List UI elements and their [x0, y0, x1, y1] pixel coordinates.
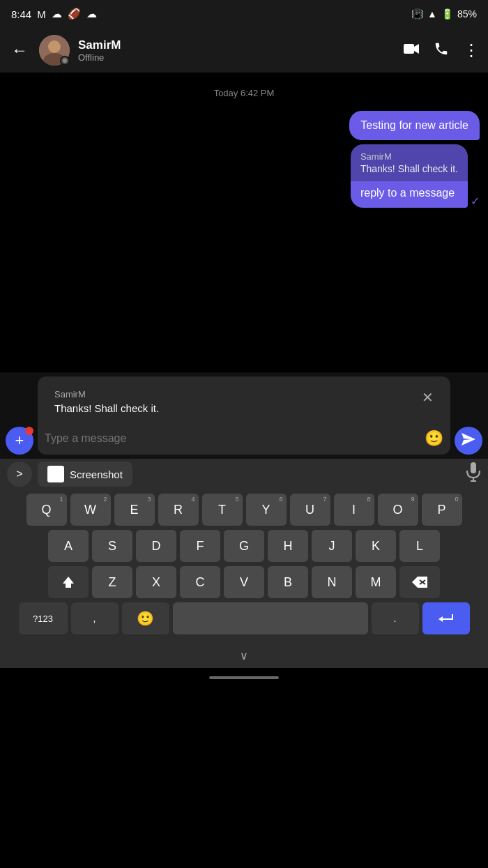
back-button[interactable]: ← — [8, 38, 31, 63]
key-I[interactable]: I8 — [334, 494, 374, 526]
chat-timestamp: Today 6:42 PM — [8, 88, 480, 98]
key-emoji[interactable]: 🙂 — [122, 602, 169, 634]
battery-percent: 85% — [457, 8, 477, 20]
svg-point-1 — [48, 40, 61, 53]
key-S[interactable]: S — [92, 530, 132, 562]
input-box[interactable]: SamirM Thanks! Shall check it. ✕ 🙂 — [38, 376, 450, 455]
key-C[interactable]: C — [180, 566, 220, 598]
key-H[interactable]: H — [268, 530, 308, 562]
key-X[interactable]: X — [136, 566, 176, 598]
emoji-button[interactable]: 🙂 — [425, 429, 443, 448]
svg-point-3 — [63, 59, 67, 63]
video-call-button[interactable] — [403, 42, 420, 59]
keyboard-row-3: Z X C V B N M — [3, 566, 485, 598]
key-enter[interactable] — [422, 602, 470, 634]
key-V[interactable]: V — [224, 566, 264, 598]
key-P[interactable]: P0 — [422, 494, 462, 526]
chat-area: Today 6:42 PM Testing for new article Sa… — [0, 73, 488, 372]
input-wrapper: + SamirM Thanks! Shall check it. ✕ 🙂 — [0, 372, 488, 687]
contact-name: SamirM — [78, 38, 395, 52]
reply-quote-text: Thanks! Shall check it. — [360, 163, 458, 174]
key-Y[interactable]: Y6 — [246, 494, 287, 526]
key-M[interactable]: M — [356, 566, 396, 598]
key-E[interactable]: E3 — [114, 494, 155, 526]
chevron-down-row: ∨ — [0, 643, 488, 668]
key-A[interactable]: A — [48, 530, 89, 562]
keyboard-row-1: Q1 W2 E3 R4 T5 Y6 U7 I8 O9 P0 — [3, 494, 485, 526]
send-icon — [462, 433, 475, 449]
reply-preview-text: Thanks! Shall check it. — [54, 402, 434, 414]
svg-rect-4 — [404, 44, 414, 54]
offline-indicator — [60, 56, 70, 66]
key-R[interactable]: R4 — [158, 494, 199, 526]
reply-quote: SamirM Thanks! Shall check it. — [351, 144, 468, 181]
home-bar — [209, 676, 279, 679]
key-K[interactable]: K — [356, 530, 396, 562]
chevron-down-icon[interactable]: ∨ — [240, 649, 248, 662]
reply-preview: SamirM Thanks! Shall check it. ✕ — [45, 381, 443, 422]
keyboard-suggestions: > Screenshot — [0, 459, 488, 489]
key-delete[interactable] — [399, 566, 440, 598]
reply-quote-name: SamirM — [360, 151, 458, 162]
avatar[interactable] — [39, 35, 70, 66]
key-W[interactable]: W2 — [70, 494, 111, 526]
keyboard: Q1 W2 E3 R4 T5 Y6 U7 I8 O9 P0 A S D F G … — [0, 489, 488, 643]
status-left: 8:44 M ☁ 🏈 ☁ — [11, 8, 97, 20]
message-out-2: SamirM Thanks! Shall check it. reply to … — [8, 144, 480, 208]
bubble-out-reply: SamirM Thanks! Shall check it. reply to … — [351, 144, 468, 208]
key-B[interactable]: B — [268, 566, 308, 598]
send-button[interactable] — [455, 427, 482, 455]
football-icon: 🏈 — [68, 8, 81, 20]
status-bar: 8:44 M ☁ 🏈 ☁ 📳 ▲ 🔋 85% — [0, 0, 488, 28]
wifi-icon: ▲ — [427, 8, 437, 20]
key-shift[interactable] — [48, 566, 89, 598]
add-button[interactable]: + — [6, 427, 33, 455]
key-Z[interactable]: Z — [92, 566, 132, 598]
input-row: 🙂 — [38, 422, 450, 455]
key-T[interactable]: T5 — [202, 494, 243, 526]
plus-icon: + — [15, 432, 24, 450]
svg-marker-5 — [414, 44, 419, 54]
input-main-row: + SamirM Thanks! Shall check it. ✕ 🙂 — [0, 372, 488, 459]
key-numbers[interactable]: ?123 — [19, 602, 68, 634]
suggestion-chevron[interactable]: > — [7, 462, 32, 487]
contact-status: Offline — [78, 52, 395, 63]
mic-button[interactable] — [466, 462, 481, 486]
screenshot-suggestion[interactable]: Screenshot — [38, 462, 132, 487]
keyboard-row-2: A S D F G H J K L — [3, 530, 485, 562]
key-G[interactable]: G — [224, 530, 264, 562]
chevron-right-icon: > — [16, 468, 22, 480]
cloud-icon: ☁ — [52, 8, 62, 20]
time: 8:44 — [11, 8, 31, 20]
key-N[interactable]: N — [312, 566, 352, 598]
key-J[interactable]: J — [312, 530, 352, 562]
more-options-button[interactable]: ⋮ — [463, 40, 480, 60]
key-comma[interactable]: , — [71, 602, 119, 634]
key-F[interactable]: F — [180, 530, 220, 562]
svg-rect-7 — [471, 462, 476, 473]
reply-main-text: reply to a message — [351, 187, 468, 199]
bubble-out-1: Testing for new article — [349, 111, 480, 140]
message-out-1: Testing for new article — [8, 111, 480, 140]
svg-marker-10 — [63, 577, 74, 588]
svg-marker-11 — [412, 577, 427, 588]
svg-marker-6 — [462, 433, 475, 446]
reply-close-button[interactable]: ✕ — [422, 389, 434, 406]
read-receipt-icon: ✓ — [471, 195, 480, 208]
key-U[interactable]: U7 — [290, 494, 330, 526]
key-O[interactable]: O9 — [378, 494, 418, 526]
message-input[interactable] — [45, 432, 419, 445]
chat-header: ← SamirM Offline ⋮ — [0, 28, 488, 73]
battery-icon: 🔋 — [441, 8, 453, 20]
key-period[interactable]: . — [372, 602, 419, 634]
voice-call-button[interactable] — [434, 41, 449, 60]
header-actions: ⋮ — [403, 40, 480, 60]
vibrate-icon: 📳 — [411, 8, 423, 20]
key-L[interactable]: L — [399, 530, 440, 562]
notification-dot — [25, 427, 33, 435]
home-indicator — [0, 668, 488, 687]
screenshot-thumb — [47, 466, 64, 482]
key-Q[interactable]: Q1 — [26, 494, 67, 526]
key-space[interactable] — [173, 602, 368, 634]
key-D[interactable]: D — [136, 530, 176, 562]
